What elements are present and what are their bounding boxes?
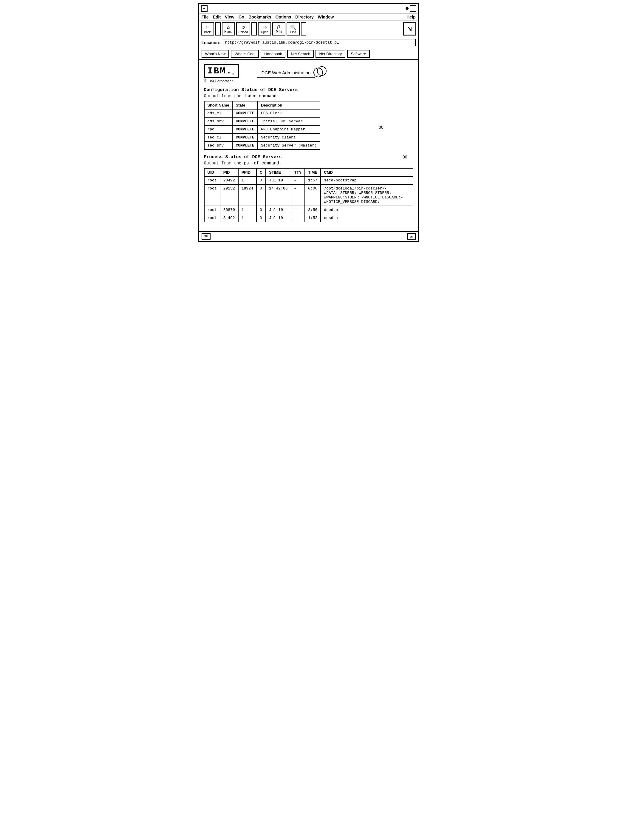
proc-row4-ppid: 1: [238, 214, 257, 222]
toolbar-spacer-3: [301, 22, 306, 35]
proc-row1-ppid: 1: [238, 176, 257, 185]
menu-bar: File Edit View Go Bookmarks Options Dire…: [199, 13, 418, 21]
config-row2-name: cds_srv: [204, 117, 233, 125]
maximize-button[interactable]: [410, 5, 416, 12]
config-annotation: 88: [379, 125, 384, 130]
menu-view[interactable]: View: [225, 15, 235, 19]
config-row4-desc: Security Client: [258, 133, 320, 142]
table-row: root 31492 1 0 Jul 19 – 1:52 cdsd-a: [204, 214, 413, 222]
proc-row1-tty: –: [291, 176, 305, 185]
proc-row3-uid: root: [204, 206, 220, 214]
print-label: Print: [276, 30, 282, 33]
proc-row2-stime: 14:42:06: [266, 185, 291, 206]
proc-col-ppid: PPID: [238, 168, 257, 176]
toolbar-spacer-1: [215, 22, 221, 35]
proc-row4-cmd: cdsd-a: [320, 214, 413, 222]
proc-row3-stime: Jul 19: [266, 206, 291, 214]
handbook-button[interactable]: Handbook: [261, 50, 285, 58]
proc-row1-pid: 20492: [220, 176, 238, 185]
back-button[interactable]: ⇐ Back: [201, 22, 214, 35]
minimize-button[interactable]: –: [201, 5, 208, 12]
whats-cool-button[interactable]: What's Cool: [231, 50, 259, 58]
ibm-logo-text: IBM.®: [204, 64, 239, 78]
print-button[interactable]: ⎙ Print: [272, 22, 285, 35]
location-bar: Location:: [199, 37, 418, 48]
proc-row2-cmd: /opt/dcelocal/bin/cdsclerk-wFATAL:STDERR…: [320, 185, 413, 206]
home-icon: ⌂: [227, 24, 230, 30]
menu-directory[interactable]: Directory: [295, 15, 313, 19]
open-button[interactable]: ⇒ Open: [258, 22, 271, 35]
ibm-logo: IBM.®: [204, 64, 239, 78]
title-dot: [406, 7, 409, 10]
net-directory-button[interactable]: Net Directory: [316, 50, 345, 58]
proc-row3-ppid: 1: [238, 206, 257, 214]
proc-col-time: TIME: [305, 168, 320, 176]
section2-title: Process Status of DCE Servers: [204, 155, 282, 160]
table-row: root 30870 1 0 Jul 19 – 3:56 dced-b: [204, 206, 413, 214]
back-icon: ⇐: [205, 24, 210, 30]
config-row1-name: cds_cl: [204, 109, 233, 117]
whats-new-button[interactable]: What's New: [202, 50, 229, 58]
proc-col-c: C: [257, 168, 266, 176]
find-button[interactable]: 🔍 Find: [286, 22, 300, 35]
proc-row3-c: 0: [257, 206, 266, 214]
section1-title: Configuration Status of DCE Servers: [204, 87, 413, 93]
proc-col-uid: UID: [204, 168, 220, 176]
table-row: root 29152 18924 0 14:42:06 – 0:00 /opt/…: [204, 185, 413, 206]
toolbar-spacer-2: [251, 22, 257, 35]
toolbar: ⇐ Back ⌂ Home ↺ Reload ⇒ Open ⎙ Print 🔍 …: [199, 21, 418, 37]
config-table: Short Name State Description cds_cl COMP…: [204, 101, 320, 150]
proc-row2-ppid: 18924: [238, 185, 257, 206]
proc-row4-pid: 31492: [220, 214, 238, 222]
table-row: cds_cl COMPLETE CDS Clerk: [204, 109, 320, 117]
mail-icon[interactable]: ✉: [410, 234, 412, 239]
browser-window: – File Edit View Go Bookmarks Options Di…: [198, 3, 419, 242]
print-icon: ⎙: [278, 24, 280, 30]
proc-row2-uid: root: [204, 185, 220, 206]
menu-window[interactable]: Window: [318, 15, 334, 19]
status-right: ✉: [407, 233, 416, 240]
proc-row4-tty: –: [291, 214, 305, 222]
title-bar: –: [199, 4, 418, 13]
home-button[interactable]: ⌂ Home: [222, 22, 235, 35]
menu-file[interactable]: File: [202, 15, 209, 19]
find-icon: 🔍: [290, 24, 296, 30]
config-row3-state: COMPLETE: [232, 125, 257, 133]
menu-go[interactable]: Go: [239, 15, 244, 19]
menu-options[interactable]: Options: [275, 15, 291, 19]
table-row: cds_srv COMPLETE Initial CDS Server: [204, 117, 320, 125]
table-row: rpc COMPLETE RPC Endpoint Mapper: [204, 125, 320, 133]
menu-bookmarks[interactable]: Bookmarks: [248, 15, 271, 19]
config-row5-state: COMPLETE: [232, 142, 257, 149]
config-col-state: State: [232, 101, 257, 109]
config-row5-desc: Security Server (Master): [258, 142, 320, 149]
software-button[interactable]: Software: [347, 50, 369, 58]
proc-col-pid: PID: [220, 168, 238, 176]
title-bar-right: [406, 5, 416, 12]
section1-subtitle: Output from the lsdce command.: [204, 94, 413, 99]
section2-title-area: Process Status of DCE Servers Output fro…: [204, 155, 282, 168]
proc-row1-cmd: secd-bootstrap: [320, 176, 413, 185]
proc-row1-time: 1:57: [305, 176, 320, 185]
config-row2-desc: Initial CDS Server: [258, 117, 320, 125]
net-search-button[interactable]: Net Search: [287, 50, 314, 58]
status-left: m0: [202, 233, 211, 240]
location-input[interactable]: [223, 39, 416, 46]
proc-row2-time: 0:00: [305, 185, 320, 206]
reload-button[interactable]: ↺ Reload: [236, 22, 251, 35]
proc-row2-pid: 29152: [220, 185, 238, 206]
proc-row2-tty: –: [291, 185, 305, 206]
menu-edit[interactable]: Edit: [213, 15, 221, 19]
section2-header: Process Status of DCE Servers Output fro…: [204, 155, 413, 168]
proc-row3-cmd: dced-b: [320, 206, 413, 214]
location-label: Location:: [202, 40, 220, 45]
copyright: © IBM Corporation: [204, 79, 413, 83]
proc-row1-c: 0: [257, 176, 266, 185]
config-row2-state: COMPLETE: [232, 117, 257, 125]
proc-row4-uid: root: [204, 214, 220, 222]
process-annotation: 90: [403, 155, 407, 159]
header-row: IBM.® DCE Web Administration: [204, 64, 413, 78]
config-row4-state: COMPLETE: [232, 133, 257, 142]
section2-subtitle: Output from the ps -ef command.: [204, 161, 282, 166]
menu-help[interactable]: Help: [406, 15, 415, 19]
